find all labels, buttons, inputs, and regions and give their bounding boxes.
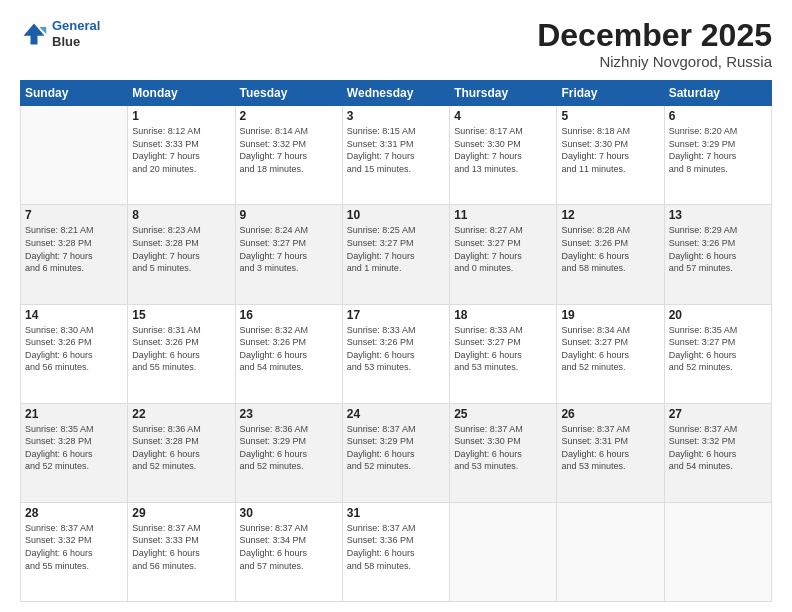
calendar-row-0: 1Sunrise: 8:12 AM Sunset: 3:33 PM Daylig… bbox=[21, 106, 772, 205]
calendar-cell: 4Sunrise: 8:17 AM Sunset: 3:30 PM Daylig… bbox=[450, 106, 557, 205]
day-number: 20 bbox=[669, 308, 767, 322]
calendar-cell: 22Sunrise: 8:36 AM Sunset: 3:28 PM Dayli… bbox=[128, 403, 235, 502]
day-number: 24 bbox=[347, 407, 445, 421]
day-number: 22 bbox=[132, 407, 230, 421]
day-number: 17 bbox=[347, 308, 445, 322]
day-info: Sunrise: 8:31 AM Sunset: 3:26 PM Dayligh… bbox=[132, 324, 230, 374]
day-info: Sunrise: 8:18 AM Sunset: 3:30 PM Dayligh… bbox=[561, 125, 659, 175]
day-number: 6 bbox=[669, 109, 767, 123]
calendar-cell: 17Sunrise: 8:33 AM Sunset: 3:26 PM Dayli… bbox=[342, 304, 449, 403]
day-info: Sunrise: 8:32 AM Sunset: 3:26 PM Dayligh… bbox=[240, 324, 338, 374]
calendar-cell: 11Sunrise: 8:27 AM Sunset: 3:27 PM Dayli… bbox=[450, 205, 557, 304]
calendar-cell bbox=[664, 502, 771, 601]
day-info: Sunrise: 8:37 AM Sunset: 3:31 PM Dayligh… bbox=[561, 423, 659, 473]
day-info: Sunrise: 8:35 AM Sunset: 3:28 PM Dayligh… bbox=[25, 423, 123, 473]
title-block: December 2025 Nizhniy Novgorod, Russia bbox=[537, 18, 772, 70]
calendar-row-4: 28Sunrise: 8:37 AM Sunset: 3:32 PM Dayli… bbox=[21, 502, 772, 601]
day-info: Sunrise: 8:33 AM Sunset: 3:26 PM Dayligh… bbox=[347, 324, 445, 374]
day-number: 8 bbox=[132, 208, 230, 222]
calendar-cell: 24Sunrise: 8:37 AM Sunset: 3:29 PM Dayli… bbox=[342, 403, 449, 502]
day-number: 10 bbox=[347, 208, 445, 222]
day-info: Sunrise: 8:37 AM Sunset: 3:29 PM Dayligh… bbox=[347, 423, 445, 473]
day-number: 29 bbox=[132, 506, 230, 520]
calendar-cell: 6Sunrise: 8:20 AM Sunset: 3:29 PM Daylig… bbox=[664, 106, 771, 205]
day-info: Sunrise: 8:12 AM Sunset: 3:33 PM Dayligh… bbox=[132, 125, 230, 175]
calendar-cell: 25Sunrise: 8:37 AM Sunset: 3:30 PM Dayli… bbox=[450, 403, 557, 502]
calendar-table: SundayMondayTuesdayWednesdayThursdayFrid… bbox=[20, 80, 772, 602]
day-info: Sunrise: 8:33 AM Sunset: 3:27 PM Dayligh… bbox=[454, 324, 552, 374]
day-info: Sunrise: 8:21 AM Sunset: 3:28 PM Dayligh… bbox=[25, 224, 123, 274]
day-number: 26 bbox=[561, 407, 659, 421]
day-number: 14 bbox=[25, 308, 123, 322]
day-number: 16 bbox=[240, 308, 338, 322]
calendar-cell: 3Sunrise: 8:15 AM Sunset: 3:31 PM Daylig… bbox=[342, 106, 449, 205]
day-info: Sunrise: 8:17 AM Sunset: 3:30 PM Dayligh… bbox=[454, 125, 552, 175]
calendar-cell: 29Sunrise: 8:37 AM Sunset: 3:33 PM Dayli… bbox=[128, 502, 235, 601]
day-number: 5 bbox=[561, 109, 659, 123]
logo: General Blue bbox=[20, 18, 100, 49]
calendar-row-2: 14Sunrise: 8:30 AM Sunset: 3:26 PM Dayli… bbox=[21, 304, 772, 403]
calendar-cell: 13Sunrise: 8:29 AM Sunset: 3:26 PM Dayli… bbox=[664, 205, 771, 304]
day-info: Sunrise: 8:20 AM Sunset: 3:29 PM Dayligh… bbox=[669, 125, 767, 175]
day-number: 2 bbox=[240, 109, 338, 123]
main-title: December 2025 bbox=[537, 18, 772, 53]
day-info: Sunrise: 8:37 AM Sunset: 3:30 PM Dayligh… bbox=[454, 423, 552, 473]
day-info: Sunrise: 8:29 AM Sunset: 3:26 PM Dayligh… bbox=[669, 224, 767, 274]
calendar-cell bbox=[21, 106, 128, 205]
day-number: 30 bbox=[240, 506, 338, 520]
day-number: 1 bbox=[132, 109, 230, 123]
calendar-cell: 19Sunrise: 8:34 AM Sunset: 3:27 PM Dayli… bbox=[557, 304, 664, 403]
calendar-cell: 15Sunrise: 8:31 AM Sunset: 3:26 PM Dayli… bbox=[128, 304, 235, 403]
day-info: Sunrise: 8:15 AM Sunset: 3:31 PM Dayligh… bbox=[347, 125, 445, 175]
day-number: 3 bbox=[347, 109, 445, 123]
day-info: Sunrise: 8:27 AM Sunset: 3:27 PM Dayligh… bbox=[454, 224, 552, 274]
calendar-cell: 30Sunrise: 8:37 AM Sunset: 3:34 PM Dayli… bbox=[235, 502, 342, 601]
day-info: Sunrise: 8:37 AM Sunset: 3:36 PM Dayligh… bbox=[347, 522, 445, 572]
day-number: 19 bbox=[561, 308, 659, 322]
calendar-cell: 28Sunrise: 8:37 AM Sunset: 3:32 PM Dayli… bbox=[21, 502, 128, 601]
calendar-cell: 5Sunrise: 8:18 AM Sunset: 3:30 PM Daylig… bbox=[557, 106, 664, 205]
calendar-cell: 16Sunrise: 8:32 AM Sunset: 3:26 PM Dayli… bbox=[235, 304, 342, 403]
day-number: 25 bbox=[454, 407, 552, 421]
calendar-header-thursday: Thursday bbox=[450, 81, 557, 106]
day-number: 31 bbox=[347, 506, 445, 520]
day-number: 13 bbox=[669, 208, 767, 222]
page: General Blue December 2025 Nizhniy Novgo… bbox=[0, 0, 792, 612]
logo-text: General Blue bbox=[52, 18, 100, 49]
day-number: 23 bbox=[240, 407, 338, 421]
calendar-header-row: SundayMondayTuesdayWednesdayThursdayFrid… bbox=[21, 81, 772, 106]
calendar-cell: 31Sunrise: 8:37 AM Sunset: 3:36 PM Dayli… bbox=[342, 502, 449, 601]
day-number: 21 bbox=[25, 407, 123, 421]
day-number: 18 bbox=[454, 308, 552, 322]
calendar-cell: 7Sunrise: 8:21 AM Sunset: 3:28 PM Daylig… bbox=[21, 205, 128, 304]
svg-marker-0 bbox=[24, 23, 45, 44]
day-number: 7 bbox=[25, 208, 123, 222]
calendar-cell: 12Sunrise: 8:28 AM Sunset: 3:26 PM Dayli… bbox=[557, 205, 664, 304]
day-number: 9 bbox=[240, 208, 338, 222]
calendar-header-sunday: Sunday bbox=[21, 81, 128, 106]
calendar-cell: 26Sunrise: 8:37 AM Sunset: 3:31 PM Dayli… bbox=[557, 403, 664, 502]
day-info: Sunrise: 8:35 AM Sunset: 3:27 PM Dayligh… bbox=[669, 324, 767, 374]
day-info: Sunrise: 8:24 AM Sunset: 3:27 PM Dayligh… bbox=[240, 224, 338, 274]
day-info: Sunrise: 8:30 AM Sunset: 3:26 PM Dayligh… bbox=[25, 324, 123, 374]
calendar-cell: 9Sunrise: 8:24 AM Sunset: 3:27 PM Daylig… bbox=[235, 205, 342, 304]
calendar-cell: 23Sunrise: 8:36 AM Sunset: 3:29 PM Dayli… bbox=[235, 403, 342, 502]
day-info: Sunrise: 8:14 AM Sunset: 3:32 PM Dayligh… bbox=[240, 125, 338, 175]
calendar-cell: 8Sunrise: 8:23 AM Sunset: 3:28 PM Daylig… bbox=[128, 205, 235, 304]
calendar-cell: 18Sunrise: 8:33 AM Sunset: 3:27 PM Dayli… bbox=[450, 304, 557, 403]
calendar-header-monday: Monday bbox=[128, 81, 235, 106]
calendar-cell bbox=[450, 502, 557, 601]
calendar-header-friday: Friday bbox=[557, 81, 664, 106]
day-number: 4 bbox=[454, 109, 552, 123]
day-info: Sunrise: 8:37 AM Sunset: 3:33 PM Dayligh… bbox=[132, 522, 230, 572]
day-number: 15 bbox=[132, 308, 230, 322]
calendar-row-1: 7Sunrise: 8:21 AM Sunset: 3:28 PM Daylig… bbox=[21, 205, 772, 304]
day-info: Sunrise: 8:37 AM Sunset: 3:34 PM Dayligh… bbox=[240, 522, 338, 572]
calendar-row-3: 21Sunrise: 8:35 AM Sunset: 3:28 PM Dayli… bbox=[21, 403, 772, 502]
day-info: Sunrise: 8:36 AM Sunset: 3:29 PM Dayligh… bbox=[240, 423, 338, 473]
day-info: Sunrise: 8:25 AM Sunset: 3:27 PM Dayligh… bbox=[347, 224, 445, 274]
day-number: 27 bbox=[669, 407, 767, 421]
day-number: 28 bbox=[25, 506, 123, 520]
calendar-cell: 2Sunrise: 8:14 AM Sunset: 3:32 PM Daylig… bbox=[235, 106, 342, 205]
day-info: Sunrise: 8:37 AM Sunset: 3:32 PM Dayligh… bbox=[669, 423, 767, 473]
